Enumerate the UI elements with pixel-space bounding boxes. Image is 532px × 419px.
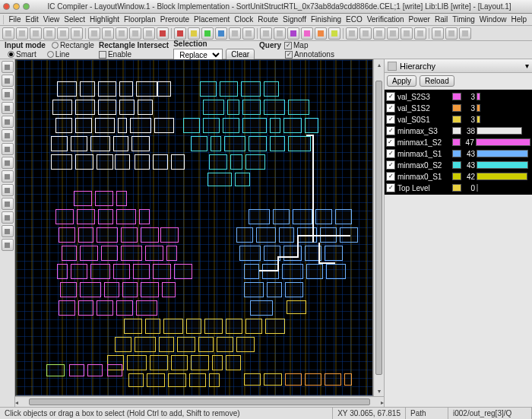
layout-cell[interactable]: [287, 300, 306, 314]
layout-cell[interactable]: [224, 136, 245, 151]
layout-cell[interactable]: [163, 319, 183, 334]
layout-cell[interactable]: [157, 81, 171, 97]
layout-cell[interactable]: [226, 319, 242, 334]
layout-cell[interactable]: [171, 355, 188, 370]
layout-cell[interactable]: [80, 246, 98, 261]
layout-cell[interactable]: [71, 264, 87, 279]
layout-cell[interactable]: [80, 282, 101, 297]
tool-rect-icon[interactable]: [2, 157, 14, 169]
layout-cell[interactable]: [264, 100, 285, 115]
toolbar-zoom-in-icon[interactable]: [57, 27, 69, 40]
layout-cell[interactable]: [325, 246, 343, 261]
layout-cell[interactable]: [203, 100, 224, 115]
toolbar-layers2-icon[interactable]: [242, 27, 255, 40]
layout-cell[interactable]: [97, 227, 118, 243]
layout-cell[interactable]: [326, 264, 346, 279]
hierarchy-row[interactable]: ✓minmax0_S243: [386, 160, 530, 170]
layout-cell[interactable]: [80, 81, 95, 97]
hierarchy-visibility-check[interactable]: ✓: [386, 103, 395, 113]
layout-cell[interactable]: [118, 118, 127, 133]
layout-cell[interactable]: [159, 337, 174, 352]
menu-select[interactable]: Select: [62, 14, 87, 24]
layout-cell[interactable]: [133, 264, 150, 279]
layout-cell[interactable]: [46, 364, 65, 376]
layout-cell[interactable]: [104, 282, 119, 297]
layout-cell[interactable]: [288, 136, 311, 151]
layout-cell[interactable]: [75, 100, 95, 115]
layout-cell[interactable]: [52, 100, 72, 115]
layout-cell[interactable]: [335, 209, 352, 224]
menu-clock[interactable]: Clock: [232, 14, 255, 24]
hierarchy-row[interactable]: ✓minmax_S338: [386, 125, 530, 136]
hierarchy-row[interactable]: ✓val_S1S23: [386, 103, 530, 113]
scroll-up-icon[interactable]: ▴: [374, 59, 384, 70]
layout-cell[interactable]: [145, 246, 163, 261]
zoom-window-icon[interactable]: [23, 3, 30, 10]
layout-cell[interactable]: [244, 264, 259, 279]
layout-cell[interactable]: [95, 191, 113, 206]
layout-cell[interactable]: [135, 154, 150, 170]
layout-cell[interactable]: [55, 118, 72, 133]
layout-cell[interactable]: [236, 227, 253, 243]
layout-cell[interactable]: [51, 154, 72, 170]
hierarchy-row[interactable]: ✓minmax1_S247: [386, 137, 530, 148]
apply-button[interactable]: Apply: [387, 75, 416, 87]
layout-cell[interactable]: [57, 264, 68, 279]
layout-cell[interactable]: [71, 136, 87, 151]
toolbar-save-icon[interactable]: [16, 27, 28, 40]
menu-view[interactable]: View: [41, 14, 62, 24]
layout-cell[interactable]: [174, 264, 192, 279]
tool-pan-icon[interactable]: [2, 129, 14, 141]
layout-cell[interactable]: [147, 373, 165, 387]
menu-file[interactable]: File: [6, 14, 23, 24]
layout-cell[interactable]: [177, 337, 195, 352]
layout-cell[interactable]: [154, 118, 174, 133]
toolbar-rose-icon[interactable]: [432, 27, 444, 40]
layout-cell[interactable]: [242, 100, 261, 115]
layout-cell[interactable]: [211, 136, 221, 151]
menu-help[interactable]: Help: [508, 14, 529, 24]
layout-cell[interactable]: [282, 264, 303, 279]
layout-cell[interactable]: [130, 118, 151, 133]
layout-cell[interactable]: [244, 282, 264, 297]
layout-cell[interactable]: [267, 282, 282, 297]
toolbar-open-icon[interactable]: [2, 27, 14, 40]
toolbar-question-icon[interactable]: [459, 27, 471, 40]
layout-cell[interactable]: [227, 100, 239, 115]
menu-power[interactable]: Power: [407, 14, 432, 24]
hierarchy-visibility-check[interactable]: ✓: [386, 126, 395, 135]
layout-cell[interactable]: [235, 173, 250, 186]
layout-cell[interactable]: [78, 227, 93, 243]
layout-cell[interactable]: [127, 355, 147, 370]
toolbar-blue-icon[interactable]: [215, 27, 227, 40]
layout-cell[interactable]: [270, 118, 280, 133]
layout-cell[interactable]: [236, 337, 255, 352]
layout-cell[interactable]: [306, 264, 323, 279]
toolbar-rect-icon[interactable]: [359, 27, 372, 40]
layout-cell[interactable]: [128, 373, 144, 387]
layout-cell[interactable]: [171, 154, 185, 170]
tool-more-icon[interactable]: [2, 239, 14, 251]
toolbar-red-icon[interactable]: [174, 27, 186, 40]
layout-cell[interactable]: [141, 227, 159, 243]
layout-cell[interactable]: [124, 319, 142, 334]
layout-cell[interactable]: [113, 264, 130, 279]
layout-cell[interactable]: [95, 118, 115, 133]
layout-cell[interactable]: [160, 227, 179, 243]
layout-cell[interactable]: [153, 154, 168, 170]
toolbar-filter-icon[interactable]: [373, 27, 385, 40]
layout-cell[interactable]: [285, 373, 302, 386]
hierarchy-visibility-check[interactable]: ✓: [386, 115, 395, 124]
query-annotations-check[interactable]: Annotations: [285, 50, 334, 59]
input-mode-line-radio[interactable]: Line: [47, 50, 70, 59]
scroll-left-icon[interactable]: ◂: [15, 397, 18, 407]
layout-cell[interactable]: [198, 337, 214, 352]
layout-cell[interactable]: [273, 209, 290, 224]
layout-cell[interactable]: [101, 246, 118, 261]
tool-zout-icon[interactable]: [2, 116, 14, 128]
layout-cell[interactable]: [62, 246, 77, 261]
layout-cell[interactable]: [59, 300, 75, 316]
layout-cell[interactable]: [98, 81, 116, 97]
tool-hi-icon[interactable]: [2, 143, 14, 155]
layout-cell[interactable]: [279, 227, 294, 243]
